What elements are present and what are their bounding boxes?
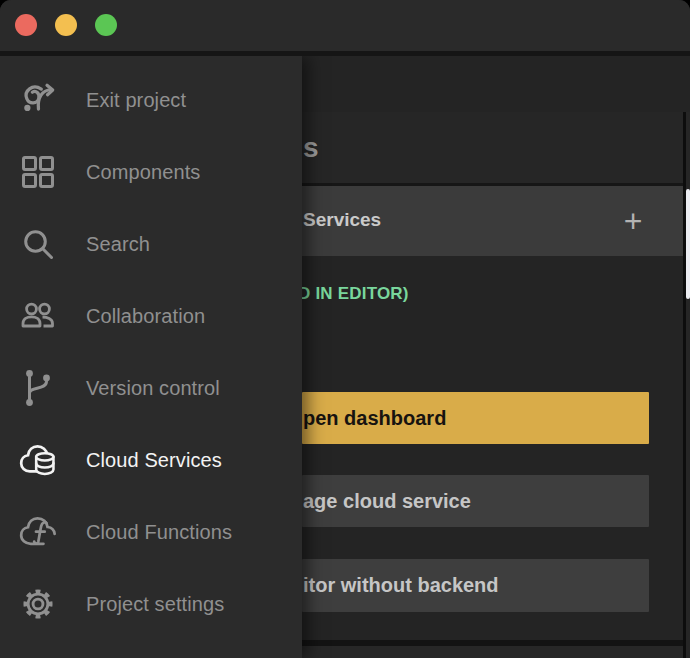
menu-label-project-settings: Project settings	[86, 593, 224, 616]
menu-label-cloud-services: Version control	[86, 377, 220, 400]
menu-label-cloud-services: Cloud Services	[86, 449, 222, 472]
cloud-services-icon	[18, 440, 58, 480]
scrollbar-track[interactable]	[686, 112, 690, 658]
components-icon	[18, 152, 58, 192]
menu-label-components: Components	[86, 161, 200, 184]
add-service-button[interactable]: +	[618, 207, 648, 237]
menu-item-exit-project[interactable]: Exit project	[0, 64, 302, 136]
menu-item-cloud-services[interactable]: Cloud Services	[0, 424, 302, 496]
search-icon	[18, 224, 58, 264]
noodl-logo-icon	[18, 80, 58, 120]
menu-label-cloud-functions: Cloud Functions	[86, 521, 232, 544]
services-section-title: Services	[303, 209, 381, 231]
version-control-icon	[18, 368, 58, 408]
open-editor-without-backend-button[interactable]: itor without backend	[302, 559, 649, 612]
manage-cloud-service-label: age cloud service	[303, 490, 471, 513]
menu-item-cloud-functions[interactable]: Cloud Functions	[0, 496, 302, 568]
minimize-window-button[interactable]	[55, 14, 77, 36]
collaboration-icon	[18, 296, 58, 336]
menu-item-collaboration[interactable]: Collaboration	[0, 280, 302, 352]
zoom-window-button[interactable]	[95, 14, 117, 36]
titlebar-divider	[0, 51, 690, 56]
project-menu: Exit project Components Search	[0, 56, 302, 658]
menu-item-search[interactable]: Search	[0, 208, 302, 280]
cloud-functions-icon	[18, 512, 58, 552]
open-dashboard-label: pen dashboard	[303, 407, 446, 430]
menu-label-search: Search	[86, 233, 150, 256]
open-editor-without-backend-label: itor without backend	[303, 574, 499, 597]
opened-in-editor-badge: D IN EDITOR)	[298, 284, 409, 304]
scrollbar-thumb[interactable]	[686, 189, 690, 299]
menu-label-exit-project: Exit project	[86, 89, 186, 112]
open-dashboard-button[interactable]: pen dashboard	[302, 392, 649, 444]
menu-item-version-control[interactable]: Version control	[0, 352, 302, 424]
close-window-button[interactable]	[15, 14, 37, 36]
menu-item-project-settings[interactable]: Project settings	[0, 568, 302, 640]
menu-label-collaboration: Collaboration	[86, 305, 205, 328]
gear-icon	[18, 584, 58, 624]
manage-cloud-service-button[interactable]: age cloud service	[302, 475, 649, 527]
page-title: s	[303, 132, 319, 164]
app-window: s Services + D IN EDITOR) pen dashboard …	[0, 0, 690, 658]
menu-item-components[interactable]: Components	[0, 136, 302, 208]
window-titlebar	[0, 0, 690, 51]
